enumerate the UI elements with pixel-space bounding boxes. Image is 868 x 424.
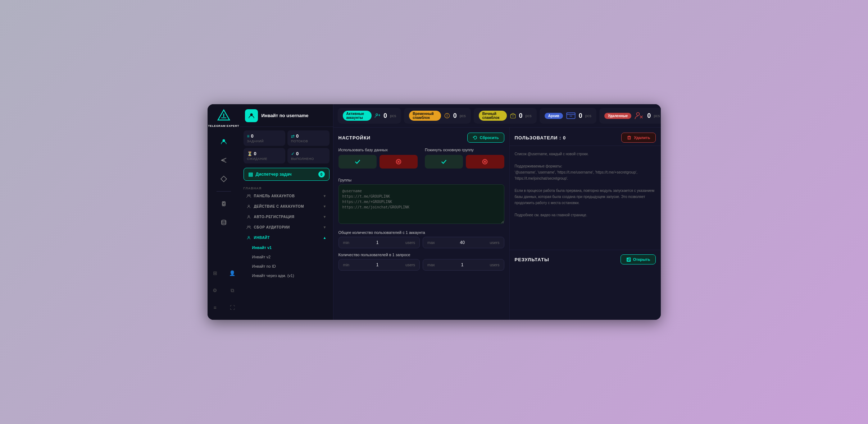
sidebar-divider <box>217 191 231 192</box>
users-textarea[interactable] <box>510 146 661 250</box>
task-manager-button[interactable]: ▤ Диспетчер задач 0 <box>244 168 330 181</box>
tasks-value: 0 <box>251 133 254 139</box>
permban-unit: pcs <box>526 114 532 118</box>
task-badge: 0 <box>318 171 325 178</box>
tempban-count: 0 <box>453 112 457 120</box>
per-request-min-unit: users <box>405 263 415 267</box>
svg-rect-23 <box>510 115 515 118</box>
module-title: Инвайт по username <box>262 113 309 119</box>
stat-waiting: ⏳ 0 ожидание <box>244 148 286 163</box>
streams-value: 0 <box>296 133 299 139</box>
tempban-unit: pcs <box>460 114 466 118</box>
tempban-label: Временный спамблок <box>409 111 441 121</box>
svg-marker-7 <box>221 176 227 182</box>
waiting-icon: ⏳ <box>247 151 253 156</box>
streams-icon: ⇄ <box>291 134 295 139</box>
sidebar-icon-command[interactable] <box>216 196 232 212</box>
status-card-deleted: Удаленные 0 pcs <box>599 108 661 124</box>
open-button[interactable]: Открыть <box>621 254 656 264</box>
sidebar-icon-profile2[interactable]: 👤 <box>224 265 240 281</box>
groups-textarea[interactable] <box>338 184 504 224</box>
settings-panel: НАСТРОЙКИ Сбросить Использовать базу дан… <box>333 128 510 320</box>
per-request-max-unit: users <box>490 263 500 267</box>
main-content: Инвайт по username ≡ 0 заданий ⇄ 0 поток… <box>240 104 661 320</box>
nav-audience-label: СБОР АУДИТОРИИ <box>254 225 290 229</box>
nav-audience-arrow: ▼ <box>323 225 327 229</box>
status-card-tempban: Временный спамблок 0 pcs <box>404 108 471 124</box>
use-database-off-button[interactable] <box>380 155 418 169</box>
sidebar-icon-layers[interactable]: ⧉ <box>224 282 240 298</box>
task-manager-icon: ▤ <box>248 171 253 177</box>
nav-item-actions[interactable]: ДЕЙСТВИЕ С АККАУНТОМ ▼ <box>242 202 331 211</box>
status-card-archive: Архив 0 pcs <box>540 108 596 124</box>
archive-label: Архив <box>545 113 563 119</box>
deleted-unit: pcs <box>654 114 660 118</box>
left-panel: Инвайт по username ≡ 0 заданий ⇄ 0 поток… <box>240 104 333 320</box>
total-users-max-field[interactable]: max 40 users <box>423 237 504 248</box>
reset-button[interactable]: Сбросить <box>467 133 504 143</box>
nav-accounts-arrow: ▼ <box>323 194 327 198</box>
users-per-request-row: min 1 users max 1 users <box>338 259 504 271</box>
nav-item-accounts-panel[interactable]: ПАНЕЛЬ АККАУНТОВ ▼ <box>242 191 331 201</box>
leave-group-off-button[interactable] <box>466 155 504 169</box>
sidebar-icon-diamond[interactable] <box>216 171 232 187</box>
nav-accounts-label: ПАНЕЛЬ АККАУНТОВ <box>254 194 295 198</box>
status-card-active: Активные аккаунты 0 pcs <box>338 108 401 124</box>
nav-item-autoreg[interactable]: АВТО-РЕГИСТРАЦИЯ ▼ <box>242 212 331 222</box>
settings-title: НАСТРОЙКИ <box>338 135 371 140</box>
nav-item-invite[interactable]: ИНВАЙТ ▲ <box>242 233 331 243</box>
open-label: Открыть <box>633 257 650 262</box>
permban-label: Вечный спамблок <box>479 111 507 121</box>
svg-point-28 <box>637 112 640 115</box>
per-request-max-field[interactable]: max 1 users <box>423 259 504 271</box>
groups-label: Группы <box>338 178 504 182</box>
nav-sub-invite-id[interactable]: Инвайт по ID <box>242 262 331 271</box>
nav-actions-label: ДЕЙСТВИЕ С АККАУНТОМ <box>254 204 304 208</box>
sidebar-icon-user[interactable] <box>216 134 232 149</box>
nav-autoreg-label: АВТО-РЕГИСТРАЦИЯ <box>254 215 295 219</box>
nav-item-audience[interactable]: СБОР АУДИТОРИИ ▼ <box>242 222 331 232</box>
delete-label: Удалить <box>634 135 650 140</box>
nav-sub-invite-v2[interactable]: Инвайт v2 <box>242 253 331 261</box>
done-label: выполнено <box>291 157 326 161</box>
total-users-min-value: 1 <box>376 240 379 245</box>
tasks-label: заданий <box>247 139 282 143</box>
settings-header: НАСТРОЙКИ Сбросить <box>338 133 504 143</box>
sidebar-icon-settings[interactable]: ⚙ <box>208 282 223 298</box>
module-header: Инвайт по username <box>240 104 333 127</box>
sidebar-icon-nodes[interactable]: ⛶ <box>224 300 240 315</box>
per-request-max-value: 1 <box>461 262 464 267</box>
app-logo: TELEGRAM EXPERT <box>208 109 239 128</box>
permban-count: 0 <box>519 112 523 120</box>
use-database-on-button[interactable] <box>338 155 377 169</box>
leave-group-on-button[interactable] <box>425 155 463 169</box>
waiting-label: ожидание <box>247 157 282 161</box>
nav-sub-invite-v1[interactable]: Инвайт v1 <box>242 243 331 252</box>
svg-rect-44 <box>628 137 631 139</box>
results-title: РЕЗУЛЬТАТЫ <box>515 257 549 262</box>
svg-point-22 <box>447 117 447 117</box>
results-section: РЕЗУЛЬТАТЫ Открыть <box>510 250 661 269</box>
sidebar-icon-list[interactable]: ≡ <box>208 300 223 315</box>
svg-line-4 <box>221 158 226 160</box>
total-users-row: min 1 users max 40 users <box>338 237 504 248</box>
sidebar-icon-grid1[interactable]: ⊞ <box>208 265 223 281</box>
sidebar-icon-send[interactable] <box>216 152 232 168</box>
active-label: Активные аккаунты <box>343 111 372 121</box>
nav-autoreg-arrow: ▼ <box>323 215 327 219</box>
svg-point-14 <box>247 226 249 227</box>
total-users-min-field[interactable]: min 1 users <box>338 237 420 248</box>
tasks-icon: ≡ <box>247 134 250 139</box>
sidebar-icon-database[interactable] <box>216 215 232 230</box>
per-request-min-field[interactable]: min 1 users <box>338 259 420 271</box>
leave-group-toggle-row <box>425 155 504 169</box>
svg-point-8 <box>222 220 226 222</box>
delete-button[interactable]: Удалить <box>621 133 655 143</box>
svg-rect-25 <box>567 113 575 119</box>
nav-sub-invite-admin[interactable]: Инвайт через адм. (v1) <box>242 271 331 280</box>
right-area: Активные аккаунты 0 pcs Временный спамбл… <box>333 104 661 320</box>
stat-streams: ⇄ 0 потоков <box>287 130 330 146</box>
svg-rect-26 <box>567 113 575 115</box>
total-users-max-value: 40 <box>460 240 465 245</box>
nav-sub-invite-admin-label: Инвайт через адм. (v1) <box>252 273 294 278</box>
